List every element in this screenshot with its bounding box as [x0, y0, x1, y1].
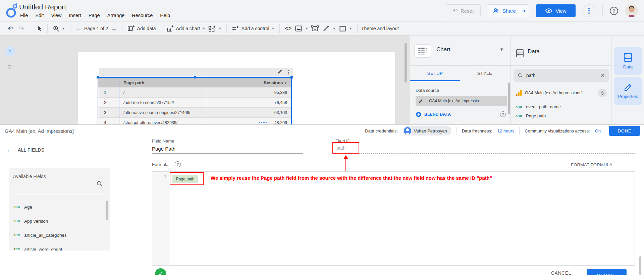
table-chart[interactable]: Page path Sessions ▼ 1./95,3882./add-me-… — [98, 77, 292, 124]
more-vert-icon[interactable] — [288, 70, 289, 74]
freshness-value[interactable]: 12 hours — [497, 128, 515, 133]
line-icon[interactable] — [322, 24, 330, 33]
next-page-icon[interactable]: → — [111, 25, 117, 32]
abc-dimension-icon: ABC — [13, 205, 21, 209]
share-dropdown[interactable]: ▼ — [520, 5, 529, 17]
redo-icon[interactable]: ↷ — [17, 24, 26, 33]
prev-page-icon[interactable]: ← — [75, 25, 82, 32]
view-button[interactable]: View — [536, 4, 576, 17]
data-source-name: GA4 Main [ex. Ad Impressions] — [5, 128, 365, 134]
formula-label: Formula — [152, 162, 169, 167]
abc-dimension-icon: ABC — [13, 248, 21, 251]
menu-bar: FileEditViewInsertPageArrangeResourceHel… — [16, 12, 174, 19]
page-number-1[interactable]: 1 — [5, 46, 15, 56]
search-icon[interactable] — [96, 180, 103, 187]
menu-arrange[interactable]: Arrange — [104, 12, 128, 19]
share-button[interactable]: Share ▼ — [488, 4, 529, 17]
canvas-scrollbar[interactable] — [405, 43, 407, 82]
table-row: 3./alternative-search-engines/271409/63,… — [98, 107, 291, 117]
back-to-all-fields[interactable]: ← ALL FIELDS — [6, 146, 44, 153]
page-nav-label[interactable]: Page 1 of 2 — [84, 26, 108, 31]
theme-layout-button[interactable]: Theme and layout — [361, 26, 399, 31]
shape-icon[interactable] — [338, 24, 347, 33]
available-field-app-version[interactable]: ABCApp version — [9, 214, 110, 228]
menu-help[interactable]: Help — [156, 12, 174, 19]
data-source-row[interactable]: GA4 Main [ex. Ad Impressions] 5 — [516, 89, 607, 97]
menu-page[interactable]: Page — [85, 12, 104, 19]
done-button[interactable]: DONE — [609, 126, 640, 136]
menu-file[interactable]: File — [16, 12, 32, 19]
update-button[interactable]: UPDATE — [587, 269, 627, 275]
available-field-article-all-categories[interactable]: ABCarticle_all_categories — [9, 228, 110, 242]
page-number-2[interactable]: 2 — [8, 64, 11, 69]
field-label: Age — [24, 205, 32, 210]
sheet-drag-handle[interactable] — [259, 122, 267, 123]
help-circle-icon[interactable]: ? — [175, 161, 181, 167]
field-item-page-path[interactable]: ABCPage path — [516, 111, 546, 120]
chart-properties-panel: Chart ▼ SETUP STYLE Data source GA4 Main… — [410, 36, 511, 124]
user-avatar[interactable] — [625, 4, 638, 17]
table-header-row: Page path Sessions ▼ — [98, 78, 291, 87]
rail-data-button[interactable]: Data — [614, 47, 642, 75]
editor-scrollbar[interactable] — [639, 256, 641, 275]
list-scrollbar[interactable] — [106, 201, 108, 220]
cancel-button[interactable]: CANCEL — [551, 270, 571, 275]
menu-resource[interactable]: Resource — [128, 12, 156, 19]
data-panel-title: Data — [528, 48, 540, 55]
person-add-icon — [493, 7, 499, 14]
image-icon[interactable] — [294, 24, 303, 33]
row-number-cell: 4. — [98, 120, 119, 125]
column-header-page-path[interactable]: Page path — [119, 80, 206, 85]
add-data-button[interactable]: Add data — [127, 25, 156, 32]
clear-search-icon[interactable]: ✕ — [600, 72, 605, 78]
menu-edit[interactable]: Edit — [32, 12, 47, 19]
edit-pencil-icon[interactable] — [416, 96, 426, 106]
add-control-icon — [232, 25, 239, 32]
reset-button[interactable]: ↶ Reset — [446, 4, 481, 17]
report-page[interactable]: Page path Sessions ▼ 1./95,3882./add-me-… — [78, 52, 395, 124]
selection-handle[interactable] — [290, 76, 293, 78]
help-circle-icon[interactable]: ? — [500, 111, 506, 117]
community-viz-value[interactable]: On — [595, 128, 601, 133]
selection-handle[interactable] — [194, 76, 196, 78]
help-button[interactable]: ? — [610, 7, 618, 15]
community-visualizations-button[interactable]: ▼ — [208, 25, 221, 32]
undo-icon[interactable]: ↶ — [6, 24, 15, 33]
ga4-icon — [516, 90, 522, 96]
field-id-input-highlighted[interactable]: path — [332, 142, 359, 154]
available-field-age[interactable]: ABCAge — [9, 200, 110, 214]
credentials-user-chip[interactable]: Vahan Petrosyan — [403, 126, 451, 135]
menu-view[interactable]: View — [47, 12, 65, 19]
database-icon — [516, 49, 524, 58]
chart-type-header[interactable]: Chart ▼ — [410, 36, 511, 66]
selection-handle[interactable] — [97, 76, 99, 78]
field-search-box[interactable]: path ✕ — [514, 69, 609, 82]
format-formula-button[interactable]: FORMAT FORMULA — [571, 162, 612, 167]
tab-setup[interactable]: SETUP — [410, 66, 460, 81]
edit-pencil-icon[interactable] — [277, 69, 282, 75]
more-options-button[interactable] — [583, 4, 595, 17]
add-data-icon — [127, 25, 135, 32]
field-name-input[interactable]: Page Path — [152, 146, 175, 152]
search-input[interactable]: path — [526, 73, 597, 78]
add-chart-button[interactable]: Add a chart ▼ — [166, 25, 206, 32]
page-path-cell: /chatgpt-alternatives/482939/ — [119, 120, 206, 125]
available-field-article-word-count[interactable]: ABCarticle_word_count — [9, 242, 110, 251]
embed-icon[interactable]: <> — [285, 26, 292, 31]
rail-properties-button[interactable]: Properties — [614, 77, 642, 105]
column-header-sessions[interactable]: Sessions ▼ — [206, 80, 291, 85]
select-cursor-icon[interactable] — [35, 24, 44, 33]
formula-editor[interactable]: 1 Page path We simply reuse the Page pat… — [152, 171, 635, 266]
blend-data-button[interactable]: BLEND DATA — [416, 111, 451, 117]
panel-scrollbar[interactable] — [508, 82, 510, 114]
report-title[interactable]: Untitled Report — [19, 3, 66, 11]
field-item-event-path-name[interactable]: ABCevent_path_name — [516, 102, 561, 111]
text-icon[interactable]: A — [311, 24, 319, 33]
data-source-chip[interactable]: GA4 Main [ex. Ad Impressio... — [416, 96, 507, 106]
tab-style[interactable]: STYLE — [460, 66, 509, 81]
zoom-control[interactable]: ▼ — [53, 25, 65, 32]
menu-insert[interactable]: Insert — [65, 12, 85, 19]
available-fields-card: Available Fields ABCAgeABCApp versionABC… — [9, 168, 110, 251]
table-row: 4./chatgpt-alternatives/482939/48,209 — [98, 117, 291, 124]
add-control-button[interactable]: Add a control ▼ — [232, 25, 274, 32]
